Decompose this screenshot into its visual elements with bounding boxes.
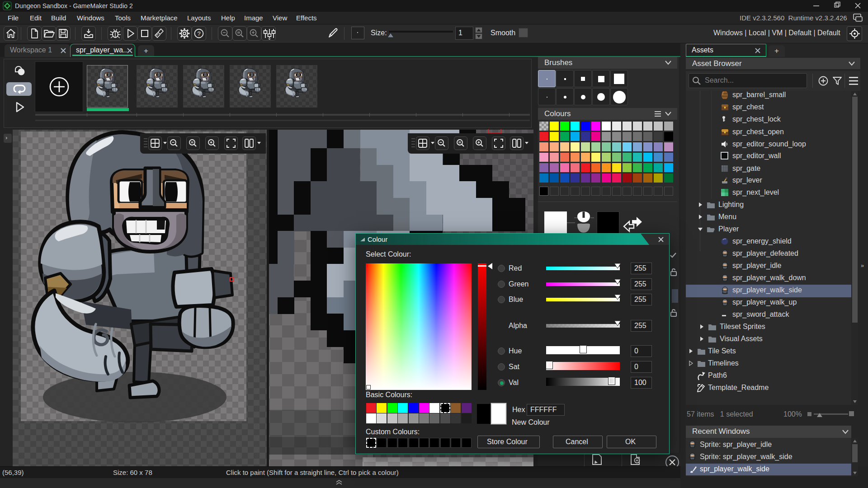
svg-text:?: ? [197,30,200,37]
